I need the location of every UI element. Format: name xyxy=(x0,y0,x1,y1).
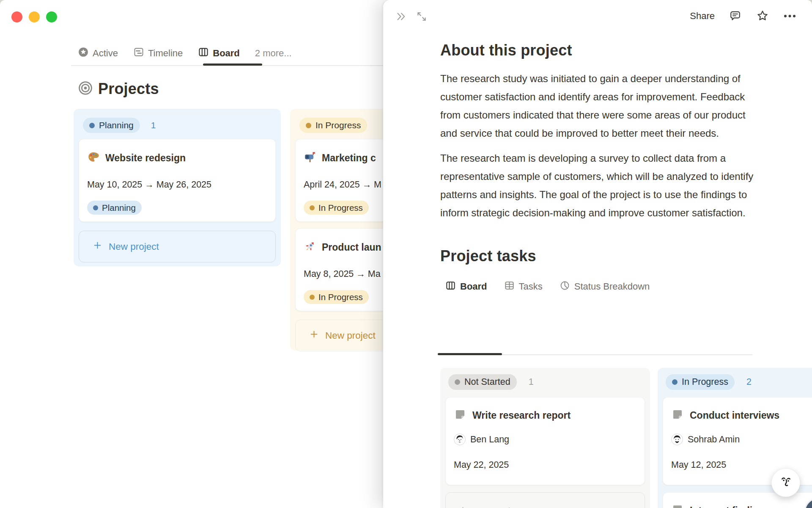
status-badge-in-progress: In Progress xyxy=(299,118,367,133)
new-project-button-planning[interactable]: New project xyxy=(79,231,276,262)
minimize-window-button[interactable] xyxy=(29,11,40,22)
plus-icon xyxy=(93,240,102,253)
project-card-website-redesign[interactable]: Website redesign May 10, 2025 → May 26, … xyxy=(79,139,276,222)
tab-label: Board xyxy=(460,281,487,292)
status-badge-not-started: Not Started xyxy=(448,374,517,390)
avatar-ben-lang xyxy=(454,433,466,445)
tag-label: In Progress xyxy=(318,292,363,302)
card-title: Write research report xyxy=(472,410,571,421)
tab-timeline-view[interactable]: Timeline xyxy=(133,47,183,60)
tasks-column-not-started: Not Started 1 Write research report Ben … xyxy=(440,368,650,508)
tab-status-breakdown[interactable]: Status Breakdown xyxy=(560,280,650,293)
board-icon xyxy=(198,47,209,60)
project-tasks-heading: Project tasks xyxy=(440,246,754,266)
plus-icon xyxy=(309,329,319,342)
column-header: Not Started 1 xyxy=(448,374,650,390)
tab-label: Tasks xyxy=(519,281,543,292)
mailbox-emoji-icon xyxy=(304,151,316,165)
tab-label: 2 more... xyxy=(255,48,292,59)
window-controls xyxy=(11,11,57,22)
notion-ai-button[interactable] xyxy=(771,468,800,497)
column-count: 1 xyxy=(529,377,534,387)
new-task-label: New task xyxy=(474,506,513,508)
close-side-peek-chevrons-icon[interactable] xyxy=(395,11,407,22)
board-icon xyxy=(445,280,456,293)
panel-content: About this project The research study wa… xyxy=(440,0,754,296)
card-status-tag: In Progress xyxy=(304,290,369,304)
status-dot xyxy=(310,205,315,210)
active-tab-underline xyxy=(438,353,502,355)
card-date-range: May 10, 2025 → May 26, 2025 xyxy=(87,179,267,190)
status-dot xyxy=(455,379,460,385)
tab-label: Active xyxy=(93,48,118,59)
status-label: In Progress xyxy=(682,377,728,387)
close-window-button[interactable] xyxy=(11,11,22,22)
column-header: In Progress 2 xyxy=(666,374,812,390)
app-window: Active Timeline Board 2 more... Projects xyxy=(0,0,812,508)
note-icon xyxy=(454,408,466,422)
tab-more-views[interactable]: 2 more... xyxy=(255,48,292,59)
favorite-star-icon[interactable] xyxy=(756,9,769,22)
tasks-view-tabs: Board Tasks Status Breakdown xyxy=(440,277,754,296)
page-title: Projects xyxy=(78,80,159,98)
timeline-icon xyxy=(133,47,144,60)
about-paragraph-1: The research study was initiated to gain… xyxy=(440,69,754,142)
zoom-window-button[interactable] xyxy=(46,11,57,22)
about-heading: About this project xyxy=(440,41,754,60)
column-count: 2 xyxy=(746,377,752,387)
column-count: 1 xyxy=(151,120,156,130)
status-badge-in-progress: In Progress xyxy=(666,374,735,390)
palette-emoji-icon xyxy=(87,151,100,165)
tab-tasks-table[interactable]: Tasks xyxy=(504,280,543,293)
panel-toolbar-left xyxy=(395,11,427,22)
expand-page-icon[interactable] xyxy=(416,11,427,22)
side-peek-panel: Share About this project The research st… xyxy=(383,0,812,508)
tab-active-view[interactable]: Active xyxy=(78,47,118,60)
more-options-icon[interactable] xyxy=(783,14,796,18)
status-dot xyxy=(89,123,95,128)
assignee-name: Sohrab Amin xyxy=(688,434,740,445)
status-badge-planning: Planning xyxy=(83,118,140,133)
tab-label: Status Breakdown xyxy=(574,281,650,292)
tab-label: Timeline xyxy=(148,48,183,59)
card-title: Website redesign xyxy=(105,152,186,164)
avatar-sohrab-amin xyxy=(671,433,683,445)
rocket-emoji-icon xyxy=(304,240,316,254)
new-project-label: New project xyxy=(109,241,159,252)
status-label: Planning xyxy=(99,120,134,130)
plus-icon xyxy=(458,505,468,508)
status-dot xyxy=(93,205,98,210)
task-card-write-research-report[interactable]: Write research report Ben Lang May 22, 2… xyxy=(445,397,645,485)
tab-tasks-board[interactable]: Board xyxy=(445,280,487,293)
tag-label: In Progress xyxy=(318,203,363,213)
tab-label: Board xyxy=(213,48,240,59)
tag-label: Planning xyxy=(102,203,136,213)
table-icon xyxy=(504,280,515,293)
tab-board-view[interactable]: Board xyxy=(198,47,240,60)
new-task-button[interactable]: New task xyxy=(445,492,645,508)
note-icon xyxy=(671,503,684,508)
ai-face-icon xyxy=(777,473,795,492)
new-project-label: New project xyxy=(325,330,376,341)
card-date: May 22, 2025 xyxy=(454,460,636,470)
status-label: In Progress xyxy=(315,120,361,130)
status-label: Not Started xyxy=(464,377,510,387)
card-status-tag: Planning xyxy=(87,201,142,215)
card-title: Product laun xyxy=(322,242,381,253)
assignee-name: Ben Lang xyxy=(470,434,509,445)
card-status-tag: In Progress xyxy=(304,201,369,215)
view-tabs: Active Timeline Board 2 more... xyxy=(78,44,292,63)
about-paragraph-2: The research team is developing a survey… xyxy=(440,149,754,222)
target-icon xyxy=(78,80,93,97)
star-circle-icon xyxy=(78,47,89,60)
page-title-text: Projects xyxy=(98,80,159,98)
card-title: Marketing c xyxy=(322,152,376,164)
active-tab-underline xyxy=(203,64,262,66)
pie-chart-icon xyxy=(560,280,570,293)
status-dot xyxy=(306,123,311,128)
note-icon xyxy=(671,408,684,422)
board-column-planning: Planning 1 Website redesign May 10, 2025… xyxy=(74,109,281,266)
status-dot xyxy=(310,295,315,300)
card-title: Interpret findings xyxy=(690,505,770,508)
column-header: Planning 1 xyxy=(83,118,281,133)
